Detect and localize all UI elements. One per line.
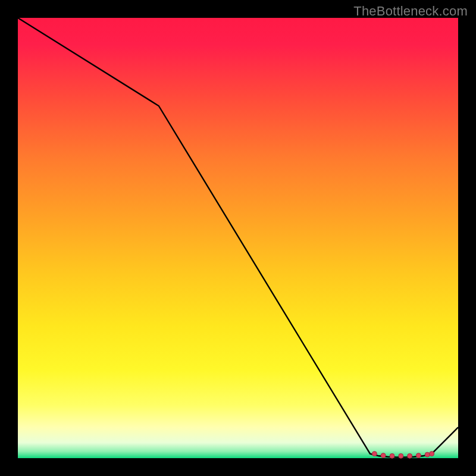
flat-zone-dot-6 [416,453,421,458]
plot-background [18,18,458,458]
flat-zone-dot-1 [372,452,377,456]
flat-zone-dot-3 [390,453,394,458]
flat-zone-dot-2 [381,453,386,458]
flat-zone-dot-5 [408,453,412,458]
flat-zone-dot-4 [399,453,403,458]
flat-zone-dot-7 [425,452,430,457]
bottleneck-chart [0,0,476,476]
watermark-text: TheBottleneck.com [353,4,468,19]
flat-zone-dot-8 [430,452,434,456]
